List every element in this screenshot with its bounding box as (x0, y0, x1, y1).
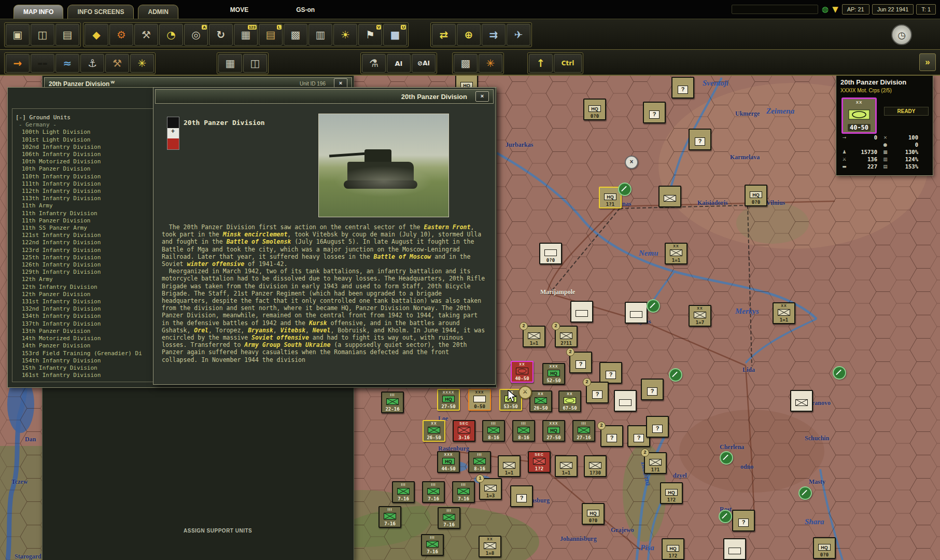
radio-intel-icon[interactable]: ◎A (184, 24, 208, 46)
rail-move-icon[interactable]: ▬▬ (31, 54, 54, 73)
unit-list-item[interactable]: 132nd Infantry Division (16, 305, 155, 313)
unit-counter[interactable]: 0?0 (539, 243, 562, 264)
unit-counter[interactable]: ?2 (586, 382, 609, 403)
globe-icon[interactable]: ◍ (822, 5, 829, 14)
unit-counter[interactable]: XX26-50 (423, 420, 445, 442)
unit-counter[interactable]: III7-16 (422, 481, 445, 503)
unit-counter[interactable]: III27-16 (572, 420, 595, 442)
unit-counter[interactable]: III22-16 (381, 391, 404, 413)
unit-counter[interactable]: ? (643, 102, 666, 123)
unit-list-item[interactable]: 15th Infantry Division (16, 365, 155, 372)
tab-info-screens[interactable]: INFO SCREENS (67, 5, 134, 19)
unit-counter[interactable]: XX26-50 (529, 390, 552, 412)
unit-list-item[interactable]: 11th Infantry Division (16, 210, 155, 217)
unit-counter[interactable]: III7-16 (421, 534, 444, 556)
unit-list-item[interactable]: 11th SS Panzer Army (16, 225, 155, 232)
unit-counter[interactable]: XX1=8 (479, 536, 501, 557)
unit-list-item[interactable]: 112th Infantry Division (16, 188, 155, 195)
tab-map-info[interactable]: MAP INFO (13, 5, 63, 19)
unit-counter[interactable]: HQ0?0 (745, 185, 767, 206)
industry-icon[interactable]: ⚒ (134, 24, 158, 46)
unit-counter[interactable]: XXXHQ44-50 (437, 451, 460, 473)
unit-list-item[interactable]: 11th Army (16, 202, 155, 209)
map-layers-icon[interactable]: ▤ (55, 24, 79, 46)
unit-list-item[interactable]: 123rd Infantry Division (16, 247, 155, 254)
unit-counter[interactable]: ? (641, 379, 664, 400)
combine-units-icon[interactable]: ⊕ (457, 24, 481, 46)
unit-list-item[interactable]: 14th Panzer Division (16, 342, 155, 349)
unit-counter[interactable]: XX1=7 (689, 305, 711, 327)
unit-list-item[interactable]: 125th Infantry Division (16, 254, 155, 261)
unit-counter[interactable]: 1=1 (555, 455, 578, 477)
menu-move[interactable]: MOVE (230, 1, 248, 19)
up-level-icon[interactable]: ↑ (529, 54, 553, 73)
unit-counter[interactable]: ?2 (569, 352, 592, 373)
unit-list-item[interactable]: 11th Panzer Division (16, 217, 155, 225)
unit-list-item[interactable]: 122nd Infantry Division (16, 239, 155, 246)
move-mode-icon[interactable]: ⇉ (482, 24, 506, 46)
unit-counter[interactable]: III7-16 (452, 481, 475, 503)
unit-counter[interactable]: XX67-50 (558, 390, 581, 412)
copy-map-icon[interactable]: ◫ (31, 24, 54, 46)
partisan-icon[interactable] (720, 451, 733, 465)
unit-counter[interactable]: 1=1 (498, 455, 521, 477)
unit-list-item[interactable]: 10th Panzer Division (16, 165, 155, 173)
refresh-icon[interactable]: ↻ (209, 24, 233, 46)
tab-admin[interactable]: ADMIN (138, 5, 178, 19)
unit-counter[interactable]: ? (510, 485, 533, 507)
unit-list-item[interactable]: 10th Motorized Division (16, 158, 155, 165)
unit-list-item[interactable]: 14th Motorized Division (16, 335, 155, 342)
depot-icon[interactable]: ◫ (243, 54, 267, 73)
ai-off-icon[interactable]: ⊘AI (412, 54, 436, 73)
unit-counter[interactable]: SEC1?2 (528, 451, 551, 473)
unit-list-item[interactable]: 111th Infantry Division (16, 180, 155, 188)
partisan-icon[interactable] (647, 299, 660, 313)
unit-counter[interactable]: ? (646, 416, 669, 438)
unit-counter[interactable]: III7-16 (378, 506, 401, 528)
partisan-icon[interactable] (719, 510, 732, 523)
unit-list-item[interactable]: 12th Army (16, 276, 155, 283)
turn-clock-icon[interactable]: ◔ (159, 24, 183, 46)
hex-info-icon[interactable]: ◆ (85, 24, 108, 46)
unit-list-item[interactable]: 106th Infantry Division (16, 151, 155, 158)
unit-list-item[interactable]: 12th Infantry Division (16, 284, 155, 291)
unit-counter[interactable]: 1?30 (584, 455, 607, 477)
unit-counter[interactable] (790, 390, 813, 412)
naval-icon[interactable]: ⚓ (80, 54, 104, 73)
weather-icon[interactable]: ☀ (333, 24, 357, 46)
demolition-icon[interactable]: ✳ (130, 54, 154, 73)
unit-list-item[interactable]: 13th Panzer Division (16, 328, 155, 335)
unit-list-item[interactable]: 102nd Infantry Division (16, 144, 155, 151)
screenshot-icon[interactable]: ▣ (6, 24, 30, 46)
unit-counter[interactable]: 2?112 (555, 326, 578, 347)
ctrl-key-icon[interactable]: Ctrl (554, 54, 582, 73)
supply-flask-icon[interactable]: ⚗ (362, 54, 386, 73)
unit-list-item[interactable]: 153rd Field Training (Grenadier) Di (16, 350, 155, 357)
unit-list-item[interactable]: 12th Panzer Division (16, 291, 155, 298)
unit-counter[interactable]: ? (599, 362, 622, 384)
unit-counter[interactable] (625, 302, 648, 324)
victory-flags-icon[interactable]: ⚑V (358, 24, 382, 46)
unit-counter[interactable]: XXXXHQ27-50 (437, 389, 460, 411)
unit-counter[interactable]: XXXHQ52-50 (542, 363, 565, 385)
partisan-icon[interactable] (798, 486, 812, 500)
unit-counter[interactable] (723, 538, 746, 560)
unit-counter[interactable]: III8-16 (482, 420, 505, 442)
unit-counter[interactable]: 1=31 (479, 478, 502, 500)
unit-counter[interactable] (658, 186, 681, 207)
unit-modes-icon[interactable]: ■U (383, 24, 407, 46)
preferences-gear-icon[interactable]: ⚙ (109, 24, 133, 46)
filter-icon[interactable]: ▼ (832, 5, 838, 14)
unit-counter[interactable]: XX40-50 (511, 361, 534, 383)
unit-counter[interactable]: ? (671, 77, 694, 99)
engineer-icon[interactable]: ⚒ (105, 54, 129, 73)
build-icon[interactable]: ▩ (454, 54, 478, 73)
unit-counter[interactable]: HQ0?0 (582, 503, 605, 525)
unit-counter[interactable]: HQ1?2 (662, 538, 684, 560)
history-window-titlebar[interactable]: 20th Panzer Division × (155, 89, 494, 104)
compass-icon[interactable]: ◷ (891, 24, 912, 45)
partisan-icon[interactable] (669, 368, 682, 382)
unit-panel-subtitle[interactable]: XXXIX Mot. Crps (2/5) (840, 88, 892, 93)
unit-list-item[interactable]: 110th Infantry Division (16, 173, 155, 180)
unit-counter[interactable]: HQ0?0 (583, 99, 606, 120)
